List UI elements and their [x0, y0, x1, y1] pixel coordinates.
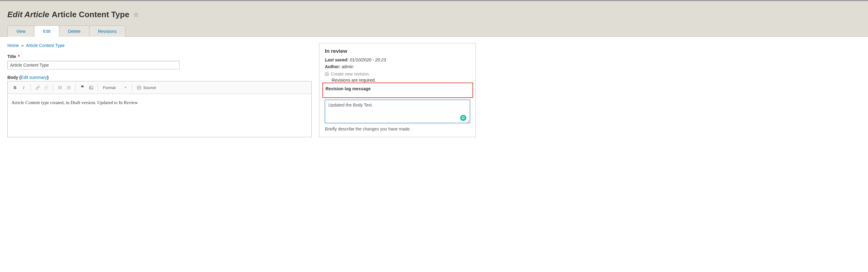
revision-log-help: Briefly describe the changes you have ma…: [325, 127, 470, 131]
revisions-required-text: Revisions are required.: [332, 78, 470, 82]
blockquote-button[interactable]: ❝: [78, 83, 87, 92]
unlink-button: [42, 83, 51, 92]
bullet-list-button[interactable]: [56, 83, 64, 92]
page-title-prefix: Edit Article: [7, 10, 49, 19]
revision-log-highlight: Revision log message: [322, 82, 473, 98]
revision-log-wrap: G: [325, 100, 470, 124]
page-title: Edit Article Article Content Type ☆: [7, 10, 861, 19]
svg-point-13: [90, 87, 91, 88]
source-button[interactable]: Source: [134, 84, 158, 91]
content: Home » Article Content Type Title * Body…: [0, 37, 868, 143]
main-column: Home » Article Content Type Title * Body…: [7, 43, 312, 137]
italic-button[interactable]: I: [19, 83, 28, 92]
toolbar-separator: [98, 84, 98, 91]
revision-sidebar: In review Last saved: 01/10/2020 - 20:23…: [319, 43, 476, 137]
page-title-name: Article Content Type: [52, 10, 129, 19]
breadcrumb: Home » Article Content Type: [7, 43, 312, 48]
link-button[interactable]: [33, 83, 42, 92]
edit-summary-link[interactable]: Edit summary: [21, 75, 47, 80]
unlink-icon: [44, 86, 49, 90]
revision-log-label: Revision log message: [326, 86, 470, 91]
svg-point-0: [58, 86, 58, 87]
breadcrumb-home[interactable]: Home: [7, 43, 19, 48]
link-icon: [35, 86, 40, 90]
numbered-list-button[interactable]: 123: [64, 83, 73, 92]
breadcrumb-current[interactable]: Article Content Type: [26, 43, 65, 48]
bullet-list-icon: [58, 86, 62, 90]
tab-view[interactable]: View: [7, 26, 34, 37]
last-saved: Last saved: 01/10/2020 - 20:23: [325, 58, 470, 62]
editor-toolbar: B I 123 ❝: [8, 81, 311, 94]
revision-log-textarea[interactable]: [325, 100, 470, 123]
tab-delete[interactable]: Delete: [59, 26, 89, 37]
numbered-list-icon: 123: [66, 86, 71, 90]
image-button[interactable]: [87, 83, 95, 92]
chevron-down-icon: ▼: [124, 86, 127, 89]
toolbar-separator: [131, 84, 132, 91]
source-icon: [137, 86, 142, 90]
tab-revisions[interactable]: Revisions: [89, 26, 126, 37]
svg-text:3: 3: [66, 88, 67, 89]
image-icon: [89, 86, 93, 90]
primary-tabs: View Edit Delete Revisions: [7, 26, 861, 37]
tab-edit[interactable]: Edit: [34, 26, 59, 37]
bold-button[interactable]: B: [11, 83, 19, 92]
editor-body[interactable]: Article Content type created, in Draft v…: [8, 94, 311, 137]
toolbar-separator: [30, 84, 31, 91]
create-revision-checkbox-row: Create new revision: [325, 71, 470, 76]
breadcrumb-separator: »: [21, 43, 24, 48]
svg-point-1: [58, 87, 58, 88]
star-icon[interactable]: ☆: [133, 11, 139, 19]
format-dropdown[interactable]: Format ▼: [100, 84, 129, 91]
title-label: Title *: [7, 54, 312, 59]
toolbar-separator: [53, 84, 53, 91]
header: Edit Article Article Content Type ☆ View…: [0, 1, 868, 37]
body-label: Body (Edit summary): [7, 75, 312, 80]
author: Author: admin: [325, 64, 470, 69]
required-indicator: *: [18, 54, 19, 59]
create-revision-checkbox: [325, 72, 329, 76]
svg-point-2: [58, 89, 58, 89]
moderation-state: In review: [325, 48, 470, 54]
quote-icon: ❝: [81, 84, 84, 91]
toolbar-separator: [75, 84, 75, 91]
title-input[interactable]: [7, 61, 180, 69]
rich-text-editor: B I 123 ❝: [7, 81, 312, 137]
